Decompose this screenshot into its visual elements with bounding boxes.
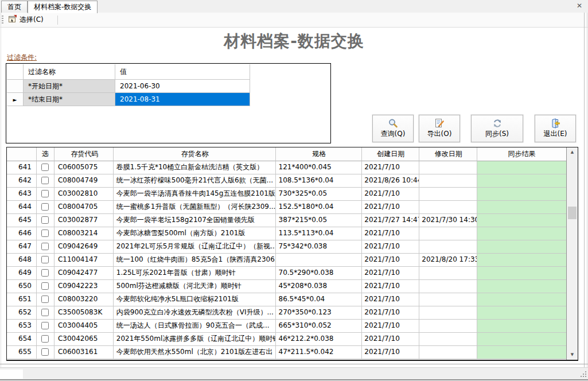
row-number-cell: 646 xyxy=(7,227,37,240)
row-select-checkbox[interactable] xyxy=(41,216,49,224)
select-cell xyxy=(37,188,54,201)
tab-home[interactable]: 首页 xyxy=(1,1,28,13)
name-cell: 内袋900克立白冷水速效无磷型洗衣粉（VI升级）... xyxy=(114,306,276,320)
select-cell xyxy=(37,346,54,359)
table-row[interactable]: 655C06003161今麦郎饮用天然水550ml（北京）2101版左进右出47… xyxy=(7,346,566,359)
row-select-checkbox[interactable] xyxy=(41,203,49,211)
code-cell: C09042477 xyxy=(54,267,114,280)
resize-grip-icon[interactable] xyxy=(581,371,586,377)
modified-date-cell: 2021/8/20 17:33 xyxy=(419,254,477,267)
toolbar-grip[interactable] xyxy=(2,15,3,25)
scroll-up-icon[interactable]: ▲ xyxy=(567,147,578,157)
select-cell xyxy=(37,214,54,227)
modified-date-cell xyxy=(419,333,477,346)
header-name[interactable]: 存货名称 xyxy=(114,147,276,161)
sync-result-cell xyxy=(477,201,566,214)
table-row[interactable]: 642C08004749统一冰红茶柠檬味500毫升21代言人版6款（无菌...1… xyxy=(7,174,566,188)
select-button[interactable]: 选择(C) xyxy=(6,14,46,26)
code-cell: C06003161 xyxy=(54,346,114,359)
table-row[interactable]: 650C09042223500ml芬达橙减糖版（河北天津）顺时针45*208*0… xyxy=(7,280,566,293)
table-row[interactable]: 648C11004147统一100（红烧牛肉面）85克5合1（陕西清真2306.… xyxy=(7,254,566,267)
sync-button[interactable]: 同步(S) xyxy=(471,115,523,142)
tab-material-data-exchange[interactable]: 材料档案-数据交换 xyxy=(28,1,98,13)
row-number-cell: 642 xyxy=(7,174,37,188)
table-row[interactable]: 651C08003220今麦郎软化纯净水5L瓶口收缩标2101版86.5*45*… xyxy=(7,293,566,306)
spec-cell: 270*350*0.123 xyxy=(276,306,363,320)
select-cell xyxy=(37,333,54,346)
table-row[interactable]: 641C06005075卷膜1.5千克*10桶立白新金桔洗洁精（英文版）121*… xyxy=(7,161,566,174)
sync-result-cell xyxy=(477,280,566,293)
code-cell: C08004749 xyxy=(54,174,114,188)
sync-result-cell xyxy=(477,227,566,240)
row-select-checkbox[interactable] xyxy=(41,269,49,277)
code-cell: C11004147 xyxy=(54,254,114,267)
filter-value-cell[interactable]: 2021-06-30 xyxy=(115,80,250,93)
row-select-checkbox[interactable] xyxy=(41,335,49,343)
row-select-checkbox[interactable] xyxy=(41,309,49,316)
row-select-checkbox[interactable] xyxy=(41,243,49,250)
row-select-checkbox[interactable] xyxy=(41,177,49,184)
table-row[interactable]: 647C090426492021年2L可乐5月常规版（辽南辽北辽中）（新视...… xyxy=(7,240,566,254)
table-row[interactable]: 649C090424771.25L可乐2021年普版（甘肃）顺时针70.5*29… xyxy=(7,267,566,280)
created-date-cell: 2021/7/10 xyxy=(362,161,419,174)
created-date-cell: 2021/7/27 14:47 xyxy=(362,214,419,227)
table-row[interactable]: 653C03004405统一汤达人（日式豚骨拉面）90克五合一（武成...665… xyxy=(7,320,566,333)
row-select-checkbox[interactable] xyxy=(41,164,49,171)
row-select-checkbox[interactable] xyxy=(41,322,49,329)
name-cell: 500ml芬达橙减糖版（河北天津）顺时针 xyxy=(114,280,276,293)
table-row[interactable]: 645C03002877今麦郎一袋半老坛158g2107全国销量领先版387*2… xyxy=(7,214,566,227)
row-select-checkbox[interactable] xyxy=(41,230,49,237)
created-date-cell: 2021/7/10 xyxy=(362,201,419,214)
query-button[interactable]: 查询(Q) xyxy=(372,115,414,142)
filter-conditions-label: 过滤条件: xyxy=(7,53,37,63)
status-box xyxy=(0,370,23,379)
header-code[interactable]: 存货代码 xyxy=(54,147,114,161)
created-date-cell: 2021/7/10 xyxy=(362,254,419,267)
form-bottom-border xyxy=(0,364,588,364)
sync-result-cell xyxy=(477,320,566,333)
magnifier-icon xyxy=(388,118,398,129)
filter-row-end-date[interactable]: ► *结束日期* 2021-08-31 xyxy=(7,93,250,106)
scrollbar-thumb[interactable] xyxy=(568,207,577,219)
close-icon[interactable]: ✕ xyxy=(575,2,583,10)
filter-name-header: 过滤名称 xyxy=(24,64,115,80)
export-button[interactable]: 导出(O) xyxy=(419,115,460,142)
spec-cell: 730*325*0.05 xyxy=(276,188,363,201)
spec-cell xyxy=(276,254,363,267)
row-number-cell: 652 xyxy=(7,306,37,320)
table-row[interactable]: 644C08004705统一蜜桃多1升普版（无菌新瓶型）（河长陕2309...1… xyxy=(7,201,566,214)
header-sync-result[interactable]: 同步结果 xyxy=(477,147,566,161)
code-cell: C30042065 xyxy=(54,333,114,346)
row-select-checkbox[interactable] xyxy=(41,282,49,290)
header-spec[interactable]: 规格 xyxy=(276,147,363,161)
table-row[interactable]: 646C08003214今麦郎冰糖雪梨500ml（南方版）2101版113.5*… xyxy=(7,227,566,240)
exit-button[interactable]: 退出(E) xyxy=(535,115,576,142)
modified-date-cell xyxy=(419,280,477,293)
table-row[interactable]: 643C03002810今麦郎一袋半汤清真香辣牛肉145g五连包膜2101版73… xyxy=(7,188,566,201)
table-vertical-scrollbar[interactable]: ▲ ▼ xyxy=(566,147,578,360)
select-cell xyxy=(37,267,54,280)
spec-cell: 113.5*113*0.04 xyxy=(276,227,363,240)
header-modified[interactable]: 修改日期 xyxy=(419,147,477,161)
row-select-checkbox[interactable] xyxy=(41,348,49,356)
sync-result-cell xyxy=(477,267,566,280)
created-date-cell: 2021/7/10 xyxy=(362,333,419,346)
row-select-checkbox[interactable] xyxy=(41,296,49,303)
filter-row-start-date[interactable]: *开始日期* 2021-06-30 xyxy=(7,80,250,93)
tab-bar: 首页 材料档案-数据交换 ✕ xyxy=(0,0,588,13)
filter-value-cell-selected[interactable]: 2021-08-31 xyxy=(115,93,250,106)
table-row[interactable]: 652C35005083K内袋900克立白冷水速效无磷型洗衣粉（VI升级）...… xyxy=(7,306,566,320)
code-cell: C09042223 xyxy=(54,280,114,293)
sync-result-cell xyxy=(477,240,566,254)
row-select-checkbox[interactable] xyxy=(41,190,49,197)
name-cell: 1.25L可乐2021年普版（甘肃）顺时针 xyxy=(114,267,276,280)
row-number-cell: 648 xyxy=(7,254,37,267)
table-row[interactable]: 654C300420652021年550ml冰露拼多多版（辽南辽北辽中）顺时针4… xyxy=(7,333,566,346)
created-date-cell: 2021/7/10 xyxy=(362,188,419,201)
row-select-checkbox[interactable] xyxy=(41,256,49,263)
header-created[interactable]: 创建日期 xyxy=(362,147,419,161)
row-number-cell: 655 xyxy=(7,346,37,359)
sync-result-cell xyxy=(477,214,566,227)
code-cell: C03002810 xyxy=(54,188,114,201)
scroll-down-icon[interactable]: ▼ xyxy=(567,350,578,360)
